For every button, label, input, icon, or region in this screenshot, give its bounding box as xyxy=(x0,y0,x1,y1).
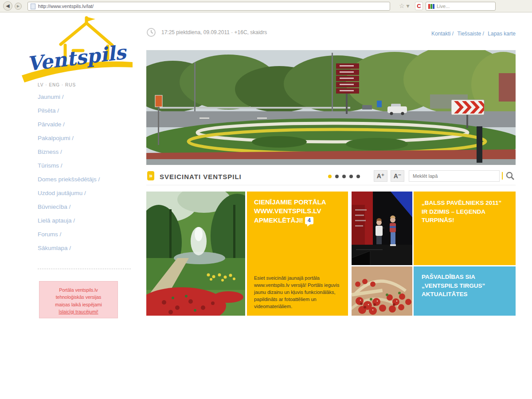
sidebar-item-jautajums[interactable]: Uzdod jautājumu / xyxy=(38,189,133,197)
card-photo-park-fountain[interactable] xyxy=(146,192,245,316)
slider-dot[interactable] xyxy=(328,175,332,178)
browser-addon-icon[interactable]: C xyxy=(415,2,423,10)
slider-dot[interactable] xyxy=(335,175,339,178)
slider-pagination xyxy=(328,175,360,178)
header-links: Kontakti / Tiešsaiste / Lapas karte xyxy=(368,29,516,37)
section-bar: » SVEICINATI VENTSPILI A⁺ A⁻ xyxy=(146,169,516,185)
search-engine-text: Live... xyxy=(437,4,450,9)
site-search-input[interactable] xyxy=(409,170,500,182)
datetime-row: 17:25 piektdiena, 09.09.2011 · +16C, ska… xyxy=(146,27,267,37)
notice-line: īslaicīgi traucējumi! xyxy=(39,308,117,315)
sidebar-item-priekssedetajs[interactable]: Domes priekšsēdētājs / xyxy=(38,176,133,184)
section-chevron-icon: » xyxy=(147,171,154,180)
header-link-lapas-karte[interactable]: Lapas karte xyxy=(488,31,516,37)
banner-photo-roundabout[interactable] xyxy=(146,50,516,165)
welcome-title: CIENĪJAMIE PORTĀLA WWW.VENTSPILS.LV APME… xyxy=(254,198,341,225)
search-divider xyxy=(502,172,503,180)
slider-dot[interactable] xyxy=(356,175,360,178)
sidebar-item-pilseta[interactable]: Pilsēta / xyxy=(38,107,133,115)
balss-title: „BALSS PAVĒLNIEKS 2011” IR DZIMIS – LEĢE… xyxy=(422,199,508,225)
sidebar-item-bizness[interactable]: Bizness / xyxy=(38,148,133,156)
font-increase-button[interactable]: A⁺ xyxy=(374,170,387,182)
search-button[interactable] xyxy=(505,171,516,181)
browser-address-bar[interactable] xyxy=(27,2,390,11)
sidebar-item-parvalde[interactable]: Pārvalde / xyxy=(38,121,133,129)
black-bollard xyxy=(477,126,482,163)
font-decrease-button[interactable]: A⁻ xyxy=(391,170,404,182)
comments-badge[interactable]: 4 xyxy=(305,217,313,224)
notice-line: tehnoloģiskās versijas xyxy=(39,293,117,301)
welcome-body: Esiet sveicināti jaunajā portāla www.ven… xyxy=(254,275,341,310)
magnifier-icon xyxy=(505,171,515,181)
slider-dot[interactable] xyxy=(342,175,346,178)
sidebar-item-pakalpojumi[interactable]: Pakalpojumi / xyxy=(38,134,133,142)
notice-line: maiņas laikā iespējami xyxy=(39,301,117,308)
sidebar-item-jaunumi[interactable]: Jaunumi / xyxy=(38,93,133,101)
sidebar-item-forums[interactable]: Forums / xyxy=(38,231,133,239)
page-favicon xyxy=(31,4,35,9)
sidebar-menu: Jaunumi / Pilsēta / Pārvalde / Pakalpoju… xyxy=(38,93,133,258)
browser-forward-button[interactable]: ► xyxy=(15,3,22,10)
card-photo-stage-kids[interactable] xyxy=(352,192,412,265)
header-link-kontakti[interactable]: Kontakti / xyxy=(431,31,454,37)
sidebar-item-aptauja[interactable]: Lielā aptauja / xyxy=(38,217,133,225)
card-tirgus-article[interactable]: PAŠVALDĪBAS SIA „VENTSPILS TIRGUS” AKTUA… xyxy=(414,266,516,316)
sidebar-divider xyxy=(38,269,131,269)
ventspils-logo[interactable]: Ventspils xyxy=(20,16,135,82)
bookmark-star-icon[interactable]: ☆ ▾ xyxy=(399,2,409,9)
distant-building xyxy=(499,73,516,102)
datetime-text: 17:25 piektdiena, 09.09.2011 · +16C, ska… xyxy=(161,29,267,35)
svg-text:Ventspils: Ventspils xyxy=(26,40,129,75)
card-welcome-article[interactable]: CIENĪJAMIE PORTĀLA WWW.VENTSPILS.LV APME… xyxy=(247,192,348,316)
slider-dot[interactable] xyxy=(349,175,353,178)
sidebar-item-buvnieciba[interactable]: Būvniecība / xyxy=(38,203,133,211)
clock-icon xyxy=(146,27,156,37)
performer-right xyxy=(390,215,396,246)
section-title: SVEICINATI VENTSPILI xyxy=(160,173,242,180)
card-photo-strawberries[interactable] xyxy=(352,266,412,316)
browser-toolbar: ◄ ► ☆ ▾ C Live... xyxy=(0,0,532,12)
tirgus-title: PAŠVALDĪBAS SIA „VENTSPILS TIRGUS” AKTUA… xyxy=(422,273,508,299)
sidebar-item-turisms[interactable]: Tūrisms / xyxy=(38,162,133,170)
address-input[interactable] xyxy=(38,4,387,9)
notice-line: Portāla ventspils.lv xyxy=(39,286,117,293)
card-balss-article[interactable]: „BALSS PAVĒLNIEKS 2011” IR DZIMIS – LEĢE… xyxy=(414,192,516,265)
browser-search-box[interactable]: Live... xyxy=(426,2,496,11)
sidebar-item-sakumlapa[interactable]: Sākumlapa / xyxy=(38,244,133,252)
search-engine-icon xyxy=(428,4,434,9)
maintenance-notice: Portāla ventspils.lv tehnoloģiskās versi… xyxy=(39,281,118,318)
browser-back-button[interactable]: ◄ xyxy=(3,1,12,11)
header-link-tiessaiste[interactable]: Tiešsaiste / xyxy=(458,31,484,37)
language-switcher[interactable]: LV · ENG · RUS xyxy=(38,82,76,87)
